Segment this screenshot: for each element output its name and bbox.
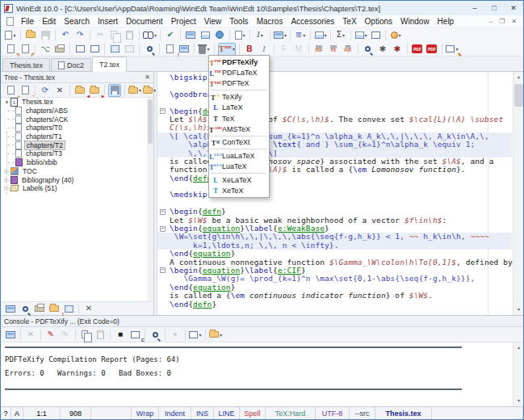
fold-marker-icon[interactable]: − bbox=[160, 267, 166, 273]
output-settings-button[interactable]: ✎▾ bbox=[446, 43, 459, 56]
editor-line-29[interactable] bbox=[157, 309, 512, 315]
print-panel-button[interactable] bbox=[33, 302, 46, 315]
folder-red-button[interactable]: ! bbox=[48, 302, 61, 315]
panel-view-button[interactable] bbox=[178, 43, 191, 56]
status-cursor[interactable]: 1:1 bbox=[23, 407, 61, 419]
font-f-button[interactable]: F bbox=[278, 43, 291, 56]
menu-item-pdflatex[interactable]: LPDFPDFLaTeX bbox=[209, 67, 269, 78]
insert-up-button[interactable]: ↰ bbox=[4, 43, 17, 56]
menu-document[interactable]: Document bbox=[122, 17, 167, 26]
status-spell[interactable]: Spell bbox=[240, 407, 266, 419]
menu-item-amstex[interactable]: TAMSAMSTeX bbox=[209, 124, 269, 134]
tree-item-chapters-ack[interactable]: chapters/ACK bbox=[1, 115, 153, 124]
tree-scrollbar[interactable] bbox=[147, 98, 153, 301]
scroll-down-icon[interactable]: ▾ bbox=[514, 304, 523, 315]
editor-scrollbar-thumb[interactable] bbox=[514, 84, 523, 107]
open-list-button[interactable]: ▾ bbox=[128, 84, 141, 97]
status-mode[interactable]: A bbox=[11, 407, 23, 419]
dvi-preview-button[interactable]: ✱ bbox=[376, 43, 389, 56]
tree-button[interactable]: ⌥ bbox=[39, 43, 52, 56]
status-ins[interactable]: INS bbox=[191, 407, 214, 419]
menu-item-pdftex[interactable]: TPDFPDFTeX bbox=[209, 78, 269, 89]
menu-window[interactable]: Window bbox=[396, 17, 434, 26]
close-panel-button[interactable]: ✕ bbox=[82, 302, 95, 315]
copy-output-button[interactable] bbox=[79, 328, 92, 341]
pdftexify-button[interactable]: TPDF▾ bbox=[218, 43, 236, 56]
remove-document-button[interactable]: − bbox=[19, 84, 31, 97]
save-tree-button[interactable] bbox=[108, 84, 121, 97]
frame-button[interactable] bbox=[369, 28, 382, 41]
refresh-tree-button[interactable]: ⟳ bbox=[39, 84, 52, 97]
check-document-button[interactable]: ! bbox=[163, 43, 176, 56]
menu-help[interactable]: Help bbox=[434, 17, 459, 26]
status-wrap[interactable]: Wrap bbox=[132, 407, 159, 419]
split-columns-button[interactable] bbox=[108, 43, 121, 56]
mdi-minimize-button[interactable]: – bbox=[486, 18, 496, 25]
save-button[interactable] bbox=[39, 28, 52, 41]
menu-tools[interactable]: Tools bbox=[225, 17, 252, 26]
menu-item-lualatex[interactable]: LLUALuaLaTeX bbox=[209, 150, 269, 161]
tree-item-labels-51-[interactable]: ▷Labels (51) bbox=[1, 184, 153, 193]
menu-options[interactable]: Options bbox=[361, 17, 396, 26]
console-output[interactable]: PDFTeXify Compilation Report (Pages: 64)… bbox=[1, 342, 523, 406]
cut-button[interactable]: ✂ bbox=[94, 28, 107, 41]
insert-image-button[interactable]: ▾ bbox=[274, 28, 287, 41]
insert-down-button[interactable]: ↱ bbox=[19, 43, 31, 56]
tree-item-chapters-t3[interactable]: chapters/T3 bbox=[1, 149, 153, 158]
status-fill[interactable] bbox=[432, 407, 523, 419]
dvi2ps-button[interactable]: DVIPS bbox=[327, 43, 340, 56]
text-style-button[interactable]: I▾ bbox=[254, 28, 266, 41]
zoom-button[interactable] bbox=[143, 43, 156, 56]
status-encoding[interactable]: UTF-8 bbox=[316, 407, 350, 419]
tree-item-thesis-tex[interactable]: ▼1Thesis.tex bbox=[1, 98, 153, 107]
maximize-button[interactable]: □ bbox=[484, 2, 504, 15]
close-output-button[interactable]: ✕ bbox=[24, 328, 37, 341]
columns-button[interactable] bbox=[62, 302, 75, 315]
undo-button[interactable]: ↶ bbox=[59, 28, 72, 41]
redo-button[interactable]: ↷ bbox=[73, 28, 86, 41]
status-src[interactable]: --src bbox=[350, 407, 375, 419]
close-branch-button[interactable]: ✕ bbox=[53, 84, 66, 97]
menu-item-latex[interactable]: LLaTeX bbox=[209, 103, 269, 113]
tree-item-chapters-t2[interactable]: chapters/T2 bbox=[1, 141, 153, 149]
menu-search[interactable]: Search bbox=[60, 17, 94, 26]
matrix-button[interactable]: ▾ bbox=[354, 28, 367, 41]
insert-list-button[interactable]: ≣▾ bbox=[294, 28, 307, 41]
search-button[interactable] bbox=[19, 302, 31, 315]
tab-thesis-tex[interactable]: Thesis.tex bbox=[2, 58, 50, 71]
find-button[interactable]: ▾ bbox=[143, 28, 157, 41]
table-button[interactable] bbox=[199, 28, 212, 41]
output-folder-button[interactable]: ▾ bbox=[209, 328, 222, 341]
fold-marker-icon[interactable]: − bbox=[160, 108, 166, 114]
web-button[interactable] bbox=[213, 28, 226, 41]
menu-item-tex[interactable]: TTeX bbox=[209, 113, 269, 124]
status-help[interactable]: ? bbox=[1, 407, 11, 419]
chevron-down-icon[interactable]: ▼ bbox=[3, 99, 10, 105]
erase-line-button[interactable]: ✎ bbox=[59, 328, 72, 341]
erase-output-button[interactable]: ▾ bbox=[198, 43, 211, 56]
print-button[interactable] bbox=[53, 43, 66, 56]
menu-project[interactable]: Project bbox=[167, 17, 200, 26]
pdfxchange-button[interactable]: PDF bbox=[425, 43, 438, 56]
paste-output-button[interactable] bbox=[94, 328, 107, 341]
select-box-button[interactable] bbox=[88, 43, 101, 56]
status-lines[interactable]: 908 bbox=[61, 407, 91, 419]
menu-view[interactable]: View bbox=[200, 17, 226, 26]
console-scroll-up-icon[interactable]: ▴ bbox=[514, 342, 523, 353]
record-button[interactable]: ● bbox=[169, 328, 182, 341]
window-select-button[interactable]: ▾ bbox=[189, 328, 202, 341]
bold-button[interactable]: B bbox=[243, 43, 256, 56]
console-button[interactable]: C bbox=[128, 328, 141, 341]
dvi2pdf-button[interactable]: DVIPDF bbox=[312, 43, 325, 56]
status-line-mode[interactable]: LINE bbox=[214, 407, 240, 419]
gui-page-button[interactable]: ▾ bbox=[389, 28, 402, 41]
folder-button[interactable]: ▾ bbox=[143, 84, 156, 97]
menu-item-xetex[interactable]: TXeTeX bbox=[209, 185, 269, 195]
status-indent[interactable]: Indent bbox=[159, 407, 191, 419]
panels-button[interactable] bbox=[184, 28, 197, 41]
scroll-up-icon[interactable]: ▴ bbox=[514, 72, 523, 82]
status-filename[interactable]: Thesis.tex bbox=[375, 407, 432, 419]
menu-file[interactable]: File bbox=[17, 17, 38, 26]
menu-accessories[interactable]: Accessories bbox=[287, 17, 338, 26]
menu-item-luatex[interactable]: TLUALuaTeX bbox=[209, 162, 269, 172]
